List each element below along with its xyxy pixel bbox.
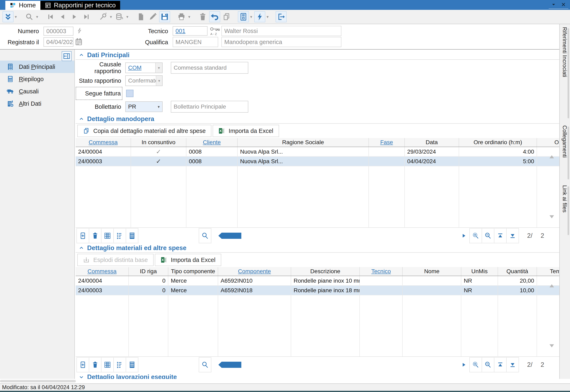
manodopera-zoom-out-button[interactable] [482,228,494,243]
materiali-go-first-button[interactable] [494,357,507,372]
materiali-go-last-button[interactable] [506,357,519,372]
manodopera-zoom-in-button[interactable] [469,228,482,243]
edit-record-button[interactable] [147,11,158,22]
stato-combobox[interactable]: Confermato▾ [125,75,163,86]
column-header-ore-ordinario-h-m-[interactable]: Ore ordinario (h:m) [459,138,537,147]
materiali-zoom-out-button[interactable] [482,357,494,372]
qualifica-code-field[interactable]: MANGEN [173,37,218,47]
dropdown-caret-icon[interactable]: ▾ [187,14,192,19]
key-az-lookup-icon[interactable]: A - Z [210,27,220,36]
column-header-nome[interactable]: Nome [403,267,461,276]
sidebar-item-causali[interactable]: Causali [0,85,75,98]
calendar-icon[interactable] [75,38,82,45]
nav-last-button[interactable] [81,11,92,22]
column-header-data[interactable]: Data [405,138,459,147]
undo-button[interactable] [209,11,220,22]
dropdown-caret-icon[interactable]: ▾ [14,14,18,19]
causale-desc-field[interactable]: Commessa standard [171,62,248,74]
copia-dettaglio-button[interactable]: Copia dal dettaglio materiali ed altre s… [77,125,211,137]
vertical-tab-riferimenti-incrociati[interactable]: Riferimenti Incrociati [561,27,568,77]
manodopera-search-button[interactable] [199,228,211,243]
hscrollbar-thumb[interactable] [0,380,76,382]
importa-excel-button[interactable]: XImporta da Excel [155,254,221,266]
dropdown-caret-icon[interactable]: ▾ [265,14,270,19]
qualifica-desc-field[interactable]: Manodopera generica [222,37,341,47]
column-header-quantit-[interactable]: Quantità [498,267,537,276]
tools-button[interactable] [98,11,109,22]
table-row[interactable]: 24/00003✓0008Nuova Alpa Srl...04/04/2024… [76,157,559,166]
importa-excel-button[interactable]: XImporta da Excel [213,125,279,137]
new-record-button[interactable] [135,11,146,22]
collapse-section-icon[interactable] [79,53,84,57]
dropdown-caret-icon[interactable]: ▾ [109,14,113,19]
column-header-tecnico[interactable]: Tecnico [360,267,403,276]
combo-caret-icon[interactable]: ▾ [155,63,162,73]
tecnico-code-field[interactable]: 001 [173,26,208,36]
materiali-zoom-in-button[interactable] [469,357,482,372]
actions-button[interactable] [254,11,265,22]
column-header-tipo-componente[interactable]: Tipo componente [168,267,218,276]
scroll-right-icon[interactable] [461,362,466,367]
nav-first-button[interactable] [45,11,56,22]
search-button[interactable] [24,11,35,22]
scroll-up-icon[interactable] [550,155,554,158]
bollettario-desc-field[interactable]: Bollettario Principale [171,101,248,113]
manodopera-list-view-button[interactable] [113,228,126,243]
scroll-right-icon[interactable] [461,233,466,238]
sidebar-item-altri-dati[interactable]: Altri Dati [0,98,75,110]
combo-caret-icon[interactable]: ▾ [156,76,162,86]
delete-button[interactable] [197,11,208,22]
materiali-row-view-button[interactable] [126,357,138,372]
dropdown-caret-icon[interactable]: ▾ [35,14,39,19]
registrato-field[interactable]: 04/04/2024 [44,37,74,47]
materiali-hscrollbar[interactable] [218,362,241,368]
materiali-grid-view-button[interactable] [101,357,114,372]
copy-button[interactable] [221,11,232,22]
materiali-list-view-button[interactable] [113,357,126,372]
scroll-down-icon[interactable] [550,215,554,218]
print-button[interactable] [176,11,187,22]
manodopera-go-last-button[interactable] [506,228,519,243]
manodopera-go-first-button[interactable] [494,228,507,243]
column-header-cliente[interactable]: Cliente [186,138,238,147]
dropdown-caret-icon[interactable]: ▾ [125,14,130,19]
expand-section-icon[interactable] [79,375,84,379]
manodopera-hscrollbar[interactable] [218,233,241,239]
materiali-delete-row-button[interactable] [89,357,102,372]
column-header-descrizione[interactable]: Descrizione [291,267,360,276]
scroll-up-icon[interactable] [550,284,554,287]
nav-next-button[interactable] [69,11,80,22]
segue-fattura-checkbox[interactable] [126,90,134,97]
table-row[interactable]: 24/00004✓0008Nuova Alpa Srl...29/03/2024… [76,147,559,157]
column-header-commessa[interactable]: Commessa [76,267,129,276]
tecnico-name-field[interactable]: Walter Rossi [222,26,341,36]
tab-rapportini-per-tecnico[interactable]: Rapportini per tecnico [40,1,120,10]
post-record-button[interactable] [238,11,249,22]
materiali-search-button[interactable] [199,357,211,372]
exit-button[interactable] [276,11,287,22]
causale-combobox[interactable]: COM▾ [125,62,163,73]
column-header-tem[interactable]: Tem [537,267,559,276]
vertical-tab-link-ai-files[interactable]: Link ai files [561,185,568,213]
column-header-id-riga[interactable]: ID riga [129,267,168,276]
combo-caret-icon[interactable]: ▾ [155,102,162,112]
collapse-panel-button[interactable] [62,51,72,61]
manodopera-add-row-button[interactable] [76,228,89,243]
column-header-in-consuntivo[interactable]: In consuntivo [131,138,186,147]
collapse-section-icon[interactable] [79,116,84,121]
scroll-down-icon[interactable] [550,344,554,347]
esplodi-distinta-button[interactable]: Esplodi distinta base [77,254,154,266]
manodopera-grid-view-button[interactable] [101,228,114,243]
column-header-unmis[interactable]: UnMis [461,267,498,276]
table-row[interactable]: 24/000040MerceA6592IN010Rondelle piane i… [76,276,559,286]
materiali-add-row-button[interactable] [76,357,89,372]
bollettario-combobox[interactable]: PR▾ [125,101,163,112]
sidebar-item-dati-principali[interactable]: Dati Principali [0,61,75,73]
tab-home[interactable]: Home [5,1,40,10]
manodopera-delete-row-button[interactable] [89,228,102,243]
expand-all-button[interactable] [2,11,14,22]
window-close-button[interactable] [558,1,568,9]
column-header-or[interactable]: Or [537,138,559,147]
collapse-section-icon[interactable] [79,246,84,251]
numero-field[interactable]: 000003 [44,27,74,36]
